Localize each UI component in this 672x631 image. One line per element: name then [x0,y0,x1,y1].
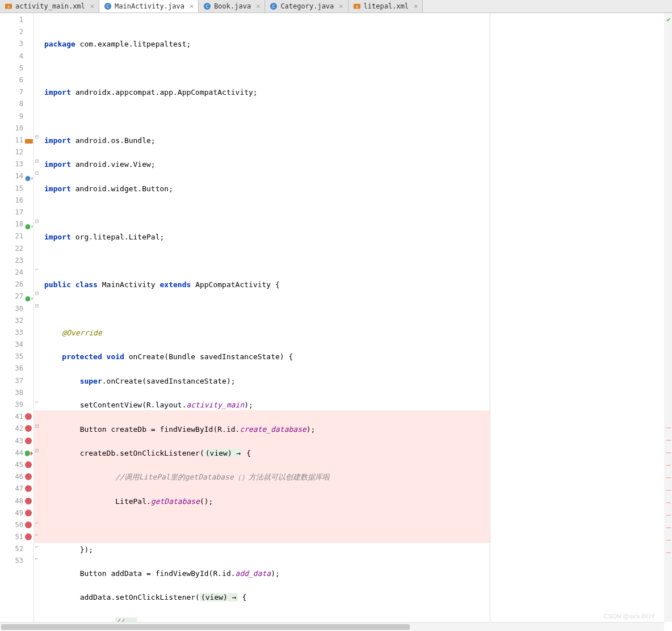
svg-text:C: C [206,4,209,9]
horizontal-scrollbar[interactable] [0,622,664,631]
svg-marker-12 [31,451,33,456]
svg-text:x: x [7,5,10,9]
tab-label: activity_main.xml [15,2,85,10]
editor-tabs: x activity_main.xml × C MainActivity.jav… [0,0,672,13]
fold-close-icon[interactable]: ⌐ [35,532,39,538]
editor: 1 2 3 4 5 6 7 8 9 10 11 12 13 14⬤↑ 15 16… [0,13,672,631]
close-icon[interactable]: × [411,2,418,10]
close-icon[interactable]: × [254,2,260,10]
fold-icon[interactable]: ⊟ [35,290,39,296]
breakpoint-icon[interactable] [25,438,32,444]
tab-litepal[interactable]: x litepal.xml × [348,0,423,12]
fold-icon[interactable]: ⊟ [35,170,39,176]
fold-close-icon[interactable]: ⌐ [35,399,39,405]
scrollbar-marker[interactable] [666,427,671,428]
fold-icon[interactable]: ⊟ [35,423,39,429]
right-split-pane [490,13,672,631]
code-area[interactable]: package com.example.litpepaltest; import… [42,13,490,631]
scrollbar-marker[interactable] [666,477,671,478]
watermark: CSDN @sick.BOY [603,613,655,620]
fold-icon[interactable]: ⊟ [35,158,39,164]
breakpoint-icon[interactable] [25,510,32,516]
scrollbar-marker[interactable] [666,540,671,541]
breakpoint-icon[interactable] [25,425,32,432]
fold-icon[interactable]: ⊟ [35,447,39,453]
scrollbar-marker[interactable] [666,465,671,466]
override-breakpoint-icon[interactable] [25,449,32,456]
tab-activity-main[interactable]: x activity_main.xml × [0,0,99,12]
fold-close-icon[interactable]: ⌐ [35,520,39,526]
breakpoint-icon[interactable] [25,461,32,468]
fold-icon[interactable]: ⊟ [35,218,39,224]
scrollbar-marker[interactable] [666,552,671,553]
implements-icon[interactable]: ⬤↑ [25,221,32,228]
svg-text:C: C [107,4,110,9]
fold-close-icon[interactable]: ⌐ [35,266,39,272]
scrollbar-marker[interactable] [666,502,671,503]
scrollbar-marker[interactable] [666,490,671,491]
tab-book[interactable]: C Book.java × [199,0,265,12]
class-marker-icon [25,137,32,144]
breakpoint-icon[interactable] [25,521,32,528]
fold-icon[interactable]: ⊟ [35,302,39,309]
tab-label: MainActivity.java [115,2,184,10]
xml-icon: x [5,2,12,10]
inspection-ok-icon[interactable]: ✔ [667,15,671,23]
override-icon[interactable]: ⬤↑ [25,173,32,179]
scrollbar-marker[interactable] [666,527,671,528]
fold-gutter[interactable]: ⊟ ⊟ ⊟ ⊟ ⌐ ⊟ ⊟ ⌐ ⊟ ⊟ ⌐ ⌐ ⌐ ⌐ [34,13,42,631]
svg-text:x: x [355,5,358,9]
tab-mainactivity[interactable]: C MainActivity.java × [99,0,199,12]
breakpoint-icon[interactable] [25,413,32,420]
scrollbar-marker[interactable] [666,440,671,441]
tab-label: litepal.xml [364,2,409,10]
java-class-icon: C [203,2,211,10]
svg-text:C: C [272,4,275,9]
close-icon[interactable]: × [337,2,343,10]
tab-label: Book.java [214,2,251,10]
breakpoint-icon[interactable] [25,533,32,540]
breakpoint-icon[interactable] [25,498,32,504]
breakpoint-icon[interactable] [25,473,32,480]
fold-close-icon[interactable]: ⌐ [35,556,39,562]
scrollbar-marker[interactable] [666,515,671,516]
java-class-icon: C [270,2,278,10]
java-class-icon: C [104,2,112,10]
close-icon[interactable]: × [187,2,194,10]
svg-point-11 [25,451,30,456]
tab-label: Category.java [280,2,334,10]
tab-category[interactable]: C Category.java × [265,0,348,12]
xml-icon: x [353,2,361,10]
line-number: 1 [0,14,23,26]
scrollbar-thumb[interactable] [1,624,410,630]
fold-icon[interactable]: ⊟ [35,133,39,140]
breakpoint-icon[interactable] [25,485,32,492]
scrollbar-marker[interactable] [666,452,671,453]
svg-rect-10 [25,139,33,144]
close-icon[interactable]: × [88,2,94,10]
implements-icon[interactable]: ⬤↑ [25,293,32,300]
vertical-scrollbar[interactable]: ✔ [664,13,672,622]
line-gutter[interactable]: 1 2 3 4 5 6 7 8 9 10 11 12 13 14⬤↑ 15 16… [0,13,34,631]
fold-close-icon[interactable]: ⌐ [35,544,39,550]
